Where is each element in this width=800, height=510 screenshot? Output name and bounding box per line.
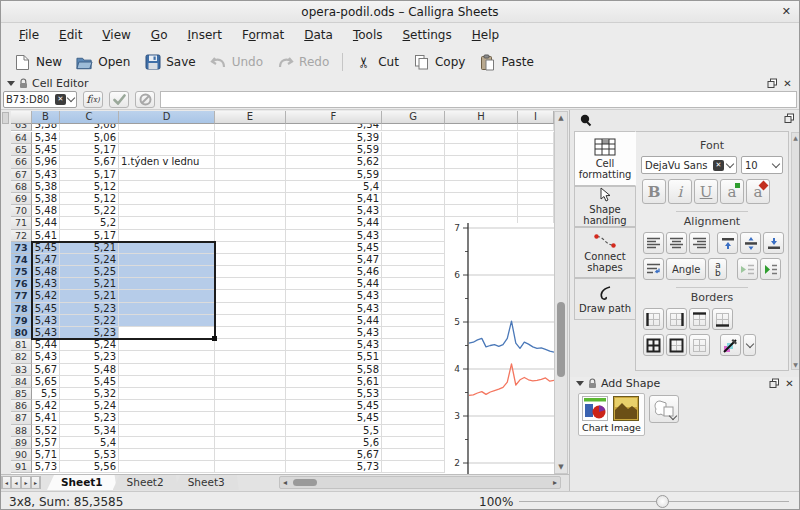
cell-D69[interactable] (119, 193, 215, 205)
cell-G84[interactable] (382, 376, 445, 388)
cell-B82[interactable]: 5,43 (32, 351, 60, 363)
cell-H64[interactable] (445, 132, 518, 144)
cell-H70[interactable] (445, 205, 518, 217)
border-top-button[interactable] (689, 308, 710, 330)
cell-C84[interactable]: 5,45 (60, 376, 119, 388)
border-outline-button[interactable] (666, 334, 687, 356)
row-header-64[interactable]: 64 (11, 132, 32, 144)
cell-E74[interactable] (215, 254, 286, 266)
tab-cell-formatting[interactable]: Cell formatting (574, 131, 636, 186)
cell-G74[interactable] (382, 254, 445, 266)
vertical-scroll-handle[interactable] (557, 302, 565, 377)
cell-C78[interactable]: 5,23 (60, 303, 119, 315)
bold-button[interactable]: B (642, 179, 666, 204)
cell-B86[interactable]: 5,42 (32, 400, 60, 412)
cell-D84[interactable] (119, 376, 215, 388)
cell-C65[interactable]: 5,17 (60, 144, 119, 156)
cell-G86[interactable] (382, 400, 445, 412)
cell-E77[interactable] (215, 290, 286, 302)
cell-B64[interactable]: 5,34 (32, 132, 60, 144)
align-middle-button[interactable] (740, 232, 761, 254)
cell-D90[interactable] (119, 449, 215, 461)
cell-F64[interactable]: 5,39 (286, 132, 382, 144)
cell-C64[interactable]: 5,06 (60, 132, 119, 144)
cell-C89[interactable]: 5,4 (60, 437, 119, 449)
cell-I64[interactable] (518, 132, 554, 144)
cell-D76[interactable] (119, 278, 215, 290)
cell-F77[interactable]: 5,43 (286, 290, 382, 302)
zoom-slider-knob[interactable] (656, 495, 669, 508)
cell-E72[interactable] (215, 230, 286, 242)
cell-G69[interactable] (382, 193, 445, 205)
cell-F83[interactable]: 5,58 (286, 364, 382, 376)
cell-F82[interactable]: 5,51 (286, 351, 382, 363)
cell-C73[interactable]: 5,21 (60, 242, 119, 254)
menu-view[interactable]: View (94, 25, 138, 45)
cell-E88[interactable] (215, 425, 286, 437)
menu-data[interactable]: Data (296, 25, 341, 45)
cell-G90[interactable] (382, 449, 445, 461)
cell-D78[interactable] (119, 303, 215, 315)
cell-F90[interactable]: 5,67 (286, 449, 382, 461)
cell-F91[interactable]: 5,73 (286, 461, 382, 473)
cell-G78[interactable] (382, 303, 445, 315)
cell-C72[interactable]: 5,17 (60, 230, 119, 242)
cell-D85[interactable] (119, 388, 215, 400)
cell-B69[interactable]: 5,38 (32, 193, 60, 205)
row-header-81[interactable]: 81 (11, 339, 32, 351)
cell-E79[interactable] (215, 315, 286, 327)
cell-D79[interactable] (119, 315, 215, 327)
add-image-button[interactable]: Image (611, 396, 641, 433)
cell-F72[interactable]: 5,43 (286, 230, 382, 242)
select-all-corner[interactable] (11, 111, 32, 124)
cell-E65[interactable] (215, 144, 286, 156)
cell-C88[interactable]: 5,34 (60, 425, 119, 437)
cell-C71[interactable]: 5,2 (60, 217, 119, 229)
cell-B63[interactable]: 5,38 (32, 124, 60, 131)
zoom-slider[interactable] (519, 501, 789, 502)
row-header-66[interactable]: 66 (11, 156, 32, 168)
cell-B74[interactable]: 5,47 (32, 254, 60, 266)
row-header-69[interactable]: 69 (11, 193, 32, 205)
chevron-down-icon[interactable] (67, 94, 75, 102)
cell-F63[interactable]: 5,34 (286, 124, 382, 131)
save-button[interactable]: Save (137, 51, 202, 74)
cell-H66[interactable] (445, 156, 518, 168)
cell-D74[interactable] (119, 254, 215, 266)
row-header-79[interactable]: 79 (11, 315, 32, 327)
copy-button[interactable]: Copy (406, 51, 472, 74)
cell-E69[interactable] (215, 193, 286, 205)
cell-I66[interactable] (518, 156, 554, 168)
horizontal-scroll-handle[interactable] (293, 479, 317, 486)
row-header-80[interactable]: 80 (11, 327, 32, 339)
align-left-button[interactable] (643, 232, 664, 254)
row-header-65[interactable]: 65 (11, 144, 32, 156)
cell-C82[interactable]: 5,23 (60, 351, 119, 363)
cell-B67[interactable]: 5,43 (32, 169, 60, 181)
cell-B73[interactable]: 5,45 (32, 242, 60, 254)
cell-F88[interactable]: 5,5 (286, 425, 382, 437)
row-header-68[interactable]: 68 (11, 181, 32, 193)
row-header-91[interactable]: 91 (11, 461, 32, 473)
cell-G68[interactable] (382, 181, 445, 193)
cell-G75[interactable] (382, 266, 445, 278)
row-header-63[interactable]: 63 (11, 124, 32, 131)
scroll-up-icon[interactable]: ▲ (792, 134, 799, 141)
cell-C91[interactable]: 5,56 (60, 461, 119, 473)
cell-I67[interactable] (518, 169, 554, 181)
border-right-button[interactable] (666, 308, 687, 330)
float-dock-icon[interactable] (784, 113, 795, 124)
cell-E63[interactable] (215, 124, 286, 131)
tab-draw-path[interactable]: Draw path (574, 278, 636, 320)
embedded-chart[interactable]: 765432 (445, 223, 554, 474)
cell-E81[interactable] (215, 339, 286, 351)
cell-F89[interactable]: 5,6 (286, 437, 382, 449)
cell-G88[interactable] (382, 425, 445, 437)
align-top-button[interactable] (717, 232, 738, 254)
background-color-button[interactable]: a (746, 179, 770, 204)
font-size-combo[interactable]: 10 (741, 156, 783, 174)
add-chart-button[interactable]: Chart (582, 396, 608, 433)
cell-C75[interactable]: 5,25 (60, 266, 119, 278)
cell-I65[interactable] (518, 144, 554, 156)
cell-F70[interactable]: 5,43 (286, 205, 382, 217)
